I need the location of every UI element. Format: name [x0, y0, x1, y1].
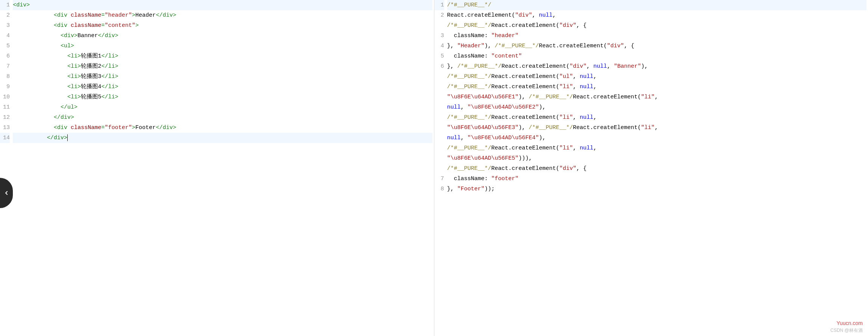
- code-line[interactable]: }, "Footer"));: [447, 184, 867, 194]
- token-tag: >: [135, 22, 139, 29]
- line-number: 11: [0, 102, 10, 112]
- token-id: ),: [641, 63, 651, 70]
- token-cmt: /*#__PURE__*/: [447, 84, 491, 90]
- line-number: 6: [0, 51, 10, 61]
- code-line[interactable]: </div>: [13, 133, 432, 143]
- line-number: 1: [434, 0, 444, 10]
- code-line[interactable]: /*#__PURE__*/React.createElement("ul", n…: [447, 72, 867, 82]
- code-line[interactable]: null, "\u8F6E\u64AD\u56FE4"),: [447, 133, 867, 143]
- token-str: "Banner": [614, 63, 641, 70]
- right-gutter: 12 3456 78: [434, 0, 447, 336]
- token-tag: </li>: [101, 94, 118, 100]
- token-str: "ul": [560, 73, 573, 80]
- code-line[interactable]: "\u8F6E\u64AD\u56FE1"), /*#__PURE__*/Rea…: [447, 92, 867, 102]
- token-id: ,: [461, 104, 468, 110]
- code-line[interactable]: /*#__PURE__*/React.createElement("li", n…: [447, 143, 867, 153]
- token-txt: 轮播图5: [81, 94, 101, 100]
- token-id: className:: [447, 33, 491, 39]
- token-kw: null: [539, 12, 553, 19]
- editor-split-view: 1234567891011121314 <div> <div className…: [0, 0, 868, 336]
- line-number: [434, 123, 444, 133]
- code-line[interactable]: <div className="content">: [13, 20, 432, 31]
- line-number: 14: [0, 133, 10, 143]
- token-tag: </div>: [98, 33, 118, 39]
- code-line[interactable]: <li>轮播图2</li>: [13, 61, 432, 72]
- token-txt: [13, 53, 67, 59]
- token-attr: className: [71, 12, 101, 19]
- token-kw: null: [580, 73, 594, 80]
- line-number: 2: [434, 10, 444, 20]
- token-id: ),: [539, 135, 549, 141]
- token-tag: <div>: [60, 33, 78, 39]
- token-tag: </li>: [101, 53, 118, 59]
- token-str: "li": [560, 114, 573, 121]
- code-line[interactable]: <ul>: [13, 41, 432, 51]
- token-txt: [13, 33, 60, 39]
- token-tag: =: [101, 22, 105, 29]
- line-number: 1: [0, 0, 10, 10]
- code-line[interactable]: }, /*#__PURE__*/React.createElement("div…: [447, 61, 867, 72]
- line-number: 6: [434, 61, 444, 72]
- line-number: [434, 143, 444, 153]
- token-tag: <li>: [67, 53, 81, 59]
- token-str: "\u8F6E\u64AD\u56FE2": [468, 104, 539, 110]
- token-id: ,: [461, 135, 468, 141]
- code-line[interactable]: <div>Banner</div>: [13, 31, 432, 41]
- left-code-area[interactable]: <div> <div className="header">Header</di…: [13, 0, 434, 336]
- code-line[interactable]: </div>: [13, 112, 432, 123]
- code-line[interactable]: null, "\u8F6E\u64AD\u56FE2"),: [447, 102, 867, 112]
- token-id: React.createElement(: [502, 63, 570, 70]
- code-line[interactable]: <div>: [13, 0, 432, 10]
- token-id: },: [447, 186, 457, 192]
- code-line[interactable]: <div className="header">Header</div>: [13, 10, 432, 20]
- code-line[interactable]: <li>轮播图3</li>: [13, 72, 432, 82]
- token-cmt: /*#__PURE__*/: [529, 94, 573, 100]
- code-line[interactable]: /*#__PURE__*/React.createElement("li", n…: [447, 82, 867, 92]
- code-line[interactable]: }, "Header"), /*#__PURE__*/React.createE…: [447, 41, 867, 51]
- code-line[interactable]: /*#__PURE__*/: [447, 0, 867, 10]
- token-kw: null: [580, 114, 594, 121]
- code-line[interactable]: /*#__PURE__*/React.createElement("li", n…: [447, 112, 867, 123]
- token-id: React.createElement(: [539, 43, 607, 49]
- code-line[interactable]: "\u8F6E\u64AD\u56FE5"))),: [447, 153, 867, 163]
- code-line[interactable]: <div className="footer">Footer</div>: [13, 123, 432, 133]
- token-id: ),: [485, 43, 495, 49]
- token-txt: 轮播图2: [81, 63, 101, 70]
- code-line[interactable]: "\u8F6E\u64AD\u56FE3"), /*#__PURE__*/Rea…: [447, 123, 867, 133]
- token-id: ,: [607, 63, 614, 70]
- code-line[interactable]: /*#__PURE__*/React.createElement("div", …: [447, 20, 867, 31]
- token-id: ),: [539, 104, 549, 110]
- token-id: ,: [594, 114, 600, 121]
- token-str: "content": [105, 22, 135, 29]
- code-line[interactable]: </ul>: [13, 102, 432, 112]
- code-line[interactable]: className: "content": [447, 51, 867, 61]
- token-str: "li": [560, 145, 573, 151]
- token-tag: </div>: [47, 135, 67, 141]
- token-id: React.createElement(: [491, 73, 560, 80]
- token-txt: [13, 12, 54, 19]
- code-line[interactable]: className: "footer": [447, 174, 867, 184]
- code-line[interactable]: <li>轮播图1</li>: [13, 51, 432, 61]
- line-number: 3: [0, 20, 10, 31]
- code-line[interactable]: React.createElement("div", null,: [447, 10, 867, 20]
- token-str: "li": [641, 94, 655, 100]
- token-tag: <li>: [67, 94, 81, 100]
- token-tag: <ul>: [60, 43, 74, 49]
- token-id: React.createElement(: [491, 22, 560, 29]
- token-tag: =: [101, 12, 105, 19]
- token-tag: <li>: [67, 73, 81, 80]
- token-txt: [13, 63, 67, 70]
- code-line[interactable]: className: "header": [447, 31, 867, 41]
- token-attr: className: [71, 22, 101, 29]
- token-txt: [13, 43, 60, 49]
- code-line[interactable]: <li>轮播图5</li>: [13, 92, 432, 102]
- token-tag: </li>: [101, 63, 118, 70]
- token-str: "\u8F6E\u64AD\u56FE1": [447, 94, 519, 100]
- right-code-area[interactable]: /*#__PURE__*/React.createElement("div", …: [447, 0, 868, 336]
- token-tag: <div: [54, 124, 71, 131]
- token-id: ))),: [519, 155, 536, 162]
- token-tag: =: [101, 124, 105, 131]
- code-line[interactable]: /*#__PURE__*/React.createElement("div", …: [447, 163, 867, 174]
- code-line[interactable]: <li>轮播图4</li>: [13, 82, 432, 92]
- token-str: "div": [607, 43, 624, 49]
